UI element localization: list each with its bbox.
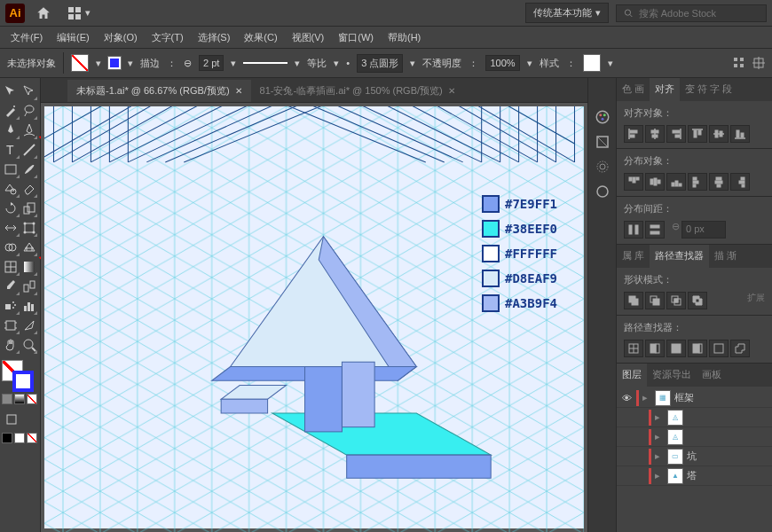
layer-name[interactable]: 塔: [687, 469, 697, 482]
align-left[interactable]: [624, 125, 643, 143]
layer-name[interactable]: 坑: [687, 450, 697, 463]
align-hcenter[interactable]: [645, 125, 665, 143]
pf-trim[interactable]: [645, 340, 665, 357]
menu-select[interactable]: 选择(S): [193, 29, 236, 46]
menu-object[interactable]: 对象(O): [98, 29, 143, 46]
tool-gradient[interactable]: [20, 257, 39, 277]
gap-h[interactable]: [645, 221, 665, 239]
gap-field[interactable]: 0 px: [681, 221, 726, 239]
sw-none[interactable]: [27, 433, 37, 443]
pf-exclude[interactable]: [688, 292, 707, 309]
transform-icon[interactable]: [752, 57, 765, 69]
rtab-pathfinder[interactable]: 路径查找器: [650, 245, 709, 268]
tool-width[interactable]: [2, 218, 20, 238]
brushes-panel-icon[interactable]: [592, 181, 613, 202]
tab-doc-2[interactable]: 81-安兔-临摹插画.ai* @ 150% (RGB/预览)✕: [251, 80, 464, 102]
tool-magic-wand[interactable]: [2, 101, 20, 121]
tool-shape-builder[interactable]: [2, 238, 20, 257]
color-mode-gradient[interactable]: [14, 394, 25, 404]
align-vcenter[interactable]: [709, 125, 729, 143]
tool-symbol-sprayer[interactable]: [2, 296, 20, 316]
tool-rotate[interactable]: [2, 199, 20, 218]
rtab-artboards[interactable]: 画板: [697, 364, 727, 387]
gap-v[interactable]: [624, 221, 643, 239]
pf-merge[interactable]: [666, 340, 686, 357]
align-top[interactable]: [688, 125, 707, 143]
color-picker[interactable]: [2, 360, 38, 392]
tool-paintbrush[interactable]: [20, 160, 39, 179]
rtab-layers[interactable]: 图层: [617, 364, 647, 387]
rtab-attrs[interactable]: 属 库: [617, 245, 650, 268]
canvas[interactable]: #7E9FF1 #38EEF0 #FFFFFF #D8EAF9 #A3B9F4: [41, 103, 587, 532]
pf-minus[interactable]: [645, 292, 665, 309]
tool-free-transform[interactable]: [20, 218, 39, 238]
rtab-align[interactable]: 对齐: [650, 78, 680, 101]
twisty-icon[interactable]: ▸: [655, 431, 664, 442]
align-bottom[interactable]: [730, 125, 750, 143]
pf-unite[interactable]: [624, 292, 643, 309]
layer-row[interactable]: 👁▸▦框架: [617, 388, 772, 408]
menu-help[interactable]: 帮助(H): [382, 29, 426, 46]
rtab-assets[interactable]: 资源导出: [647, 364, 697, 387]
close-icon[interactable]: ✕: [235, 86, 242, 96]
dist-top[interactable]: [624, 173, 643, 191]
layer-row[interactable]: ▸◬: [617, 427, 772, 447]
tool-zoom[interactable]: [20, 335, 39, 355]
layer-row[interactable]: ▸▭坑: [617, 447, 772, 466]
twisty-icon[interactable]: ▸: [655, 411, 664, 423]
style-swatch[interactable]: [583, 54, 601, 72]
pf-outline[interactable]: [709, 340, 729, 357]
opacity-field[interactable]: 100%: [485, 55, 519, 71]
tool-blend[interactable]: [20, 277, 39, 296]
tool-selection[interactable]: [2, 82, 20, 101]
search-input[interactable]: [639, 8, 759, 19]
sw-black[interactable]: [2, 433, 12, 443]
tab-doc-1[interactable]: 未标题-1.ai* @ 66.67% (RGB/预览)✕: [67, 80, 251, 102]
properties-panel-icon[interactable]: [592, 131, 613, 153]
tool-lasso[interactable]: [20, 101, 39, 121]
color-mode-solid[interactable]: [2, 394, 12, 404]
tool-direct-selection[interactable]: [20, 82, 39, 101]
rtab-transform[interactable]: 变 符 字 段: [680, 78, 737, 101]
stroke-weight-field[interactable]: 2 pt: [199, 55, 224, 71]
menu-type[interactable]: 文字(T): [146, 29, 189, 46]
search-box[interactable]: [616, 4, 767, 22]
twisty-icon[interactable]: ▸: [655, 470, 664, 481]
layer-name[interactable]: 框架: [674, 391, 694, 404]
dist-hcenter[interactable]: [709, 173, 729, 191]
tool-shaper[interactable]: [2, 179, 20, 199]
stroke-preview[interactable]: [243, 62, 288, 64]
dist-bottom[interactable]: [666, 173, 686, 191]
stroke-swatch[interactable]: [108, 57, 121, 69]
tool-graph[interactable]: [20, 296, 39, 316]
color-mode-none[interactable]: [27, 394, 37, 404]
pf-intersect[interactable]: [666, 292, 686, 309]
tool-mesh[interactable]: [2, 257, 20, 277]
tool-hand[interactable]: [2, 335, 20, 355]
pf-crop[interactable]: [688, 340, 707, 357]
menu-effect[interactable]: 效果(C): [239, 29, 282, 46]
arrange-docs-button[interactable]: ▾: [67, 6, 91, 20]
align-right[interactable]: [666, 125, 686, 143]
color-panel-icon[interactable]: [592, 106, 613, 128]
rtab-color[interactable]: 色 画: [617, 78, 650, 101]
tool-curvature[interactable]: [20, 121, 39, 140]
dist-left[interactable]: [688, 173, 707, 191]
twisty-icon[interactable]: ▸: [655, 450, 664, 462]
menu-file[interactable]: 文件(F): [5, 29, 48, 46]
menu-view[interactable]: 视图(V): [287, 29, 330, 46]
tool-slice[interactable]: [20, 316, 39, 335]
pf-divide[interactable]: [624, 340, 643, 357]
tool-perspective[interactable]: [20, 238, 39, 257]
rtab-stroke[interactable]: 描 渐: [709, 245, 742, 268]
menu-edit[interactable]: 编辑(E): [51, 29, 95, 46]
tool-line[interactable]: [20, 140, 39, 160]
layer-row[interactable]: ▸▲塔: [617, 466, 772, 486]
workspace-selector[interactable]: 传统基本功能 ▾: [525, 3, 609, 23]
visibility-icon[interactable]: 👁: [620, 393, 633, 403]
dist-vcenter[interactable]: [645, 173, 665, 191]
close-icon[interactable]: ✕: [448, 86, 455, 96]
profile-field[interactable]: 3 点圆形: [357, 54, 403, 73]
fill-swatch[interactable]: [71, 54, 89, 72]
home-icon[interactable]: [35, 5, 51, 21]
